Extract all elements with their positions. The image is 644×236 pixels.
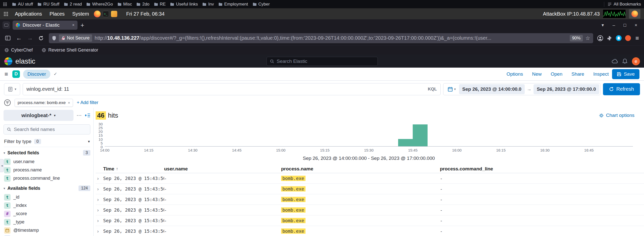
menu-places[interactable]: Places [47, 11, 67, 17]
histogram-bar[interactable] [413, 124, 427, 146]
column-header-time[interactable]: Time ↑ [103, 166, 164, 172]
field-search-input[interactable] [14, 127, 87, 132]
expand-row-icon[interactable]: › [96, 218, 103, 223]
filter-by-type[interactable]: Filter by type 0 ▾ [4, 136, 90, 147]
collapse-fields-icon[interactable] [85, 113, 90, 118]
date-from[interactable]: Sep 26, 2023 @ 14:00:00.0 [459, 84, 525, 94]
extension-icon[interactable] [607, 35, 612, 41]
bookmark-folder[interactable]: RE [152, 1, 168, 7]
new-tab-button[interactable]: + [78, 22, 87, 29]
privacy-badger-icon[interactable] [625, 35, 631, 41]
browser-tab[interactable]: Discover - Elastic × [13, 21, 78, 30]
field-item[interactable] [4, 234, 90, 236]
index-pattern-selector[interactable]: winlogbeat-* ▾ [4, 110, 73, 121]
filter-pill[interactable]: process.name: bomb.exe × [15, 99, 73, 107]
not-secure-badge[interactable]: Not Secure [59, 34, 92, 42]
applications-grid-icon[interactable] [4, 12, 8, 16]
table-row[interactable]: ›Sep 26, 2023 @ 15:43:50.529-bomb.exe- [96, 173, 644, 184]
menu-system[interactable]: System [69, 11, 92, 17]
save-button[interactable]: Save [612, 69, 639, 79]
breadcrumb[interactable]: Discover [23, 70, 50, 79]
bookmark-folder[interactable]: 2 read [62, 1, 84, 7]
files-launcher-icon[interactable] [111, 11, 117, 17]
bookmark-folder[interactable]: RU Stuff [35, 1, 62, 7]
all-bookmarks-button[interactable]: All Bookmarks [604, 2, 641, 7]
table-row[interactable]: ›Sep 26, 2023 @ 15:43:50.535-bomb.exe- [96, 205, 644, 215]
bookmark-star-icon[interactable]: ☆ [585, 35, 590, 41]
sidebar-options-icon[interactable]: ⋯ [77, 112, 82, 118]
expand-row-icon[interactable]: › [96, 176, 103, 181]
reload-button[interactable] [36, 36, 46, 41]
zoom-badge[interactable]: 90% [570, 35, 583, 41]
sidebar-toggle-icon[interactable] [3, 36, 13, 40]
bookmark-folder[interactable]: Employment [216, 1, 250, 7]
apps-grid-icon[interactable] [3, 2, 7, 6]
query-input-field[interactable] [26, 86, 425, 92]
share-button[interactable]: Share [572, 71, 584, 77]
url-field[interactable]: Not Secure http://10.48.136.227/app/disc… [49, 33, 593, 43]
field-search[interactable] [4, 124, 90, 134]
remove-filter-icon[interactable]: × [68, 101, 70, 105]
bookmark-reverse-shell-generator[interactable]: Reverse Shell Generator [42, 48, 98, 53]
available-fields-header[interactable]: ▾ Available fields 124 [4, 185, 90, 191]
saved-query-menu-button[interactable]: ▾ [4, 83, 20, 95]
bookmark-folder[interactable]: AU stuff [10, 1, 35, 7]
selected-fields-header[interactable]: ▾ Selected fields 3 [4, 150, 90, 156]
query-input[interactable]: KQL [23, 83, 441, 95]
list-tabs-icon[interactable]: ▾ [597, 22, 608, 28]
expand-row-icon[interactable]: › [96, 197, 103, 202]
menu-applications[interactable]: Applications [12, 11, 45, 17]
shield-icon[interactable] [52, 36, 56, 41]
taskbar-firefox-icon[interactable] [629, 9, 640, 19]
field-item[interactable]: t_index [4, 201, 90, 210]
close-window-icon[interactable]: × [630, 23, 641, 28]
bookmark-cyberchef[interactable]: CyberChef [5, 48, 33, 53]
forward-button[interactable]: → [25, 35, 35, 41]
field-item[interactable]: tprocess.name [4, 166, 90, 174]
inspect-button[interactable]: Inspect [593, 71, 609, 77]
global-search[interactable] [267, 57, 378, 66]
elastic-brand[interactable]: elastic [4, 57, 35, 66]
refresh-button[interactable]: Refresh [603, 83, 640, 95]
maximize-icon[interactable]: □ [619, 23, 630, 28]
histogram-plot[interactable] [105, 124, 633, 147]
column-header-process-command-line[interactable]: process.command_line [440, 166, 644, 172]
minimize-icon[interactable]: – [608, 23, 619, 28]
field-item[interactable]: t_type [4, 218, 90, 226]
expand-row-icon[interactable]: › [96, 228, 103, 234]
panel-clock[interactable]: Fri 27 Feb, 06:34 [126, 11, 165, 17]
add-filter-button[interactable]: + Add filter [77, 100, 98, 105]
options-button[interactable]: Options [507, 71, 523, 77]
expand-row-icon[interactable]: › [96, 207, 103, 213]
ghostery-icon[interactable] [616, 35, 622, 41]
bookmark-folder[interactable]: Where2Go [84, 1, 115, 7]
column-header-user-name[interactable]: user.name [164, 166, 281, 172]
bookmark-folder[interactable]: Misc [115, 1, 134, 7]
query-language-badge[interactable]: KQL [428, 87, 437, 92]
chart-options-button[interactable]: Chart options [599, 113, 634, 118]
browser-menu-icon[interactable]: ≡ [634, 35, 640, 42]
date-to[interactable]: Sep 26, 2023 @ 17:00:00.0 [534, 84, 599, 94]
bookmark-folder[interactable]: Cyber [250, 1, 272, 7]
bookmark-folder[interactable]: Useful links [168, 1, 200, 7]
histogram-bar[interactable] [398, 139, 413, 146]
collapse-sidebar-handle[interactable]: ◂ [0, 159, 4, 172]
field-item[interactable]: tprocess.command_line [4, 174, 90, 182]
new-button[interactable]: New [532, 71, 542, 77]
bookmark-folder[interactable]: Inv [200, 1, 216, 7]
alerts-bell-icon[interactable] [622, 59, 627, 64]
field-item[interactable]: t_id [4, 193, 90, 201]
calendar-menu-button[interactable]: ▾ [444, 83, 459, 95]
field-item[interactable]: tuser.name [4, 158, 90, 166]
tab-close-icon[interactable]: × [72, 23, 74, 27]
expand-row-icon[interactable]: › [96, 186, 103, 192]
user-avatar[interactable]: e [632, 57, 640, 65]
table-row[interactable]: ›Sep 26, 2023 @ 15:43:50.537-bomb.exe- [96, 226, 644, 236]
field-item[interactable]: #_score [4, 210, 90, 218]
column-header-process-name[interactable]: process.name [281, 166, 440, 172]
global-search-input[interactable] [277, 59, 374, 64]
table-row[interactable]: ›Sep 26, 2023 @ 15:43:50.536-bomb.exe- [96, 215, 644, 226]
nav-menu-icon[interactable]: ≡ [5, 71, 8, 78]
open-button[interactable]: Open [551, 71, 562, 77]
terminal-launcher-icon[interactable]: >_ [103, 11, 109, 17]
